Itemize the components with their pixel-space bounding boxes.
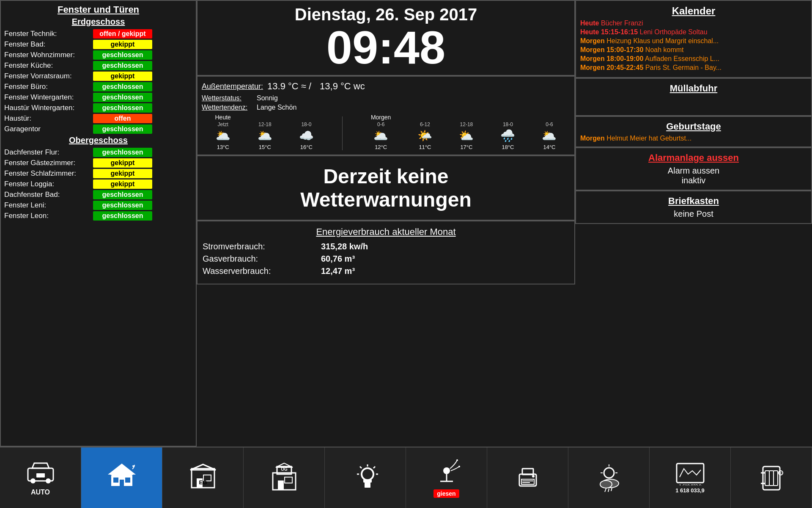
forecast-temp: 18°C [500,144,515,150]
forecast-time: 0-6 [371,121,391,127]
left-panel: Fenster und Türen Erdgeschoss Fenster Te… [0,0,197,447]
cal-text: Leni Orthopäde Soltau [638,28,708,36]
nav-printer[interactable] [487,447,568,508]
svg-point-36 [458,466,460,467]
window-label: Fenster Leni: [4,201,93,210]
geburtstag-title: Geburtstage [580,121,807,132]
geburtstag-key: Morgen [580,135,605,142]
window-label: Dachfenster Flur: [4,148,93,157]
nav-printer-icon [513,462,543,494]
window-label: Fenster Loggia: [4,180,93,188]
cal-text: Heizung Klaus und Margrit einschal... [605,37,719,44]
forecast-time: 12-18 [459,121,474,127]
warning-text: Derzeit keineWetterwarnungen [300,165,471,211]
status-badge: gekippt [93,72,152,81]
window-row: Fenster Wintergarten: geschlossen [4,93,192,102]
weather-panel: Außentemperatur: 13.9 °C ≈ / 13,9 °C wc … [197,76,575,155]
nav-giessen[interactable]: giesen [406,447,487,508]
obergeschoss-items: Dachfenster Flur: geschlossen Fenster Gä… [4,148,192,221]
nav-energy[interactable]: 1 618 033,9 1 618 033,9 [650,447,731,508]
alarm-panel: Alarmanlage aussen Alarm ausseninaktiv [575,147,812,190]
energy-row: Stromverbrauch: 315,28 kw/h [203,242,569,251]
forecast-time: 18-0 [299,121,314,127]
nav-og-icon: OG [269,462,299,494]
window-row: Fenster Bad: gekippt [4,40,192,49]
geburtstag-entry: Morgen Helmut Meier hat Geburtst... [580,135,807,142]
forecast-time: Jetzt [215,121,231,127]
energy-value: 315,28 kw/h [321,242,368,251]
calendar-entry: Morgen 20:45-22:45 Paris St. Germain - B… [580,64,807,72]
window-label: Fenster Schlafzimmer: [4,169,93,178]
cal-key: Morgen [580,37,605,44]
window-row: Fenster Schlafzimmer: gekippt [4,169,192,178]
energy-value: 12,47 m³ [321,266,355,276]
nav-house[interactable] [81,447,162,508]
status-badge: geschlossen [93,61,152,70]
svg-rect-21 [278,480,284,490]
nav-eg[interactable]: EG [162,447,244,508]
forecast-time: 18-0 [500,121,515,127]
alarm-title: Alarmanlage aussen [580,152,807,163]
window-label: Fenster Bad: [4,40,93,49]
status-badge: geschlossen [93,211,152,221]
forecast-icon: ☁️ [299,129,314,143]
svg-point-35 [456,459,458,461]
svg-point-3 [46,478,51,483]
window-row: Fenster Leon: geschlossen [4,211,192,221]
muell-title: Müllabfuhr [580,83,807,94]
svg-point-2 [30,478,36,483]
svg-point-42 [532,475,535,478]
weather-temp-wc: 13,9 °C wc [320,81,365,92]
cal-key: Morgen 15:00-17:30 [580,46,643,53]
svg-rect-58 [774,471,778,486]
nav-weather2-icon [594,462,624,494]
window-label: Fenster Wohnzimmer: [4,51,93,59]
window-label: Haustür Wintergarten: [4,104,93,112]
status-badge: geschlossen [93,50,152,60]
window-row: Dachfenster Bad: geschlossen [4,190,192,199]
window-row: Fenster Vorratsraum: gekippt [4,72,192,81]
calendar-entry: Heute Bücher Franzi [580,19,807,27]
forecast-header: Morgen [371,114,391,121]
cal-key: Morgen 18:00-19:00 [580,55,643,62]
svg-line-30 [360,467,362,468]
left-panel-title: Fenster und Türen [4,4,192,15]
nav-energy-icon: 1 618 033,9 [675,462,705,487]
svg-text:°C: °C [779,472,782,475]
window-row: Fenster Wohnzimmer: geschlossen [4,50,192,60]
forecast-col: Morgen 0-6 🌥️ 12°C [371,114,391,150]
status-badge: geschlossen [93,190,152,199]
nav-og[interactable]: OG [244,447,325,508]
weather-label: Außentemperatur: [202,82,263,91]
svg-text:EG: EG [199,479,207,486]
window-row: Dachfenster Flur: geschlossen [4,148,192,157]
forecast-col: 18-0 ☁️ 16°C [299,121,314,150]
calendar-entry: Morgen Heizung Klaus und Margrit einscha… [580,37,807,45]
svg-text:1 618 033,9: 1 618 033,9 [679,484,701,486]
cal-text: Noah kommt [643,46,683,53]
forecast-time: 12-18 [258,121,272,127]
cal-key: Heute [580,19,599,27]
nav-auto[interactable]: AUTO AUTO [0,447,81,508]
forecast-temp: 12°C [371,144,391,150]
forecast-temp: 17°C [459,144,474,150]
forecast-icon: 🌥️ [215,129,231,143]
forecast-col: 12-18 🌥️ 15°C [258,121,272,150]
nav-auto-label: AUTO [31,489,50,496]
nav-weather2[interactable] [568,447,650,508]
status-badge: geschlossen [93,103,152,113]
center-panel: Dienstag, 26. Sep 2017 09:48 Außentemper… [197,0,575,447]
calendar-entry: Morgen 15:00-17:30 Noah kommt [580,46,807,54]
forecast-temp: 15°C [258,144,272,150]
energy-panel: Energieverbrauch aktueller Monat Stromve… [197,221,575,284]
nav-heating[interactable]: °C [731,447,812,508]
energy-label: Wasserverbrauch: [203,266,321,276]
nav-light[interactable] [325,447,406,508]
briefkasten-status: keine Post [580,209,807,219]
briefkasten-panel: Briefkasten keine Post [575,190,812,224]
forecast-temp: 11°C [417,144,432,150]
datetime-panel: Dienstag, 26. Sep 2017 09:48 [197,0,575,76]
forecast-icon: 🌥️ [371,129,391,143]
erdgeschoss-title: Erdgeschoss [4,17,192,27]
status-badge: gekippt [93,179,152,189]
